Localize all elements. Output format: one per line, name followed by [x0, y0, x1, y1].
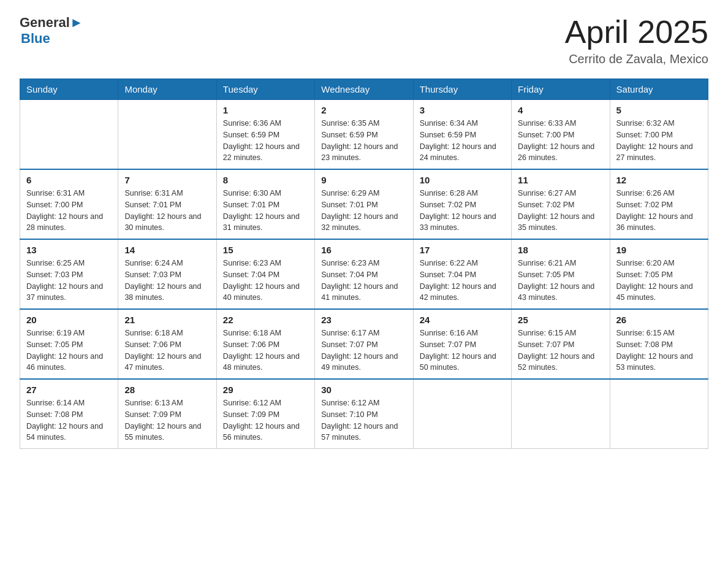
day-cell: 8Sunrise: 6:30 AM Sunset: 7:01 PM Daylig… [216, 169, 314, 239]
day-info: Sunrise: 6:29 AM Sunset: 7:01 PM Dayligh… [321, 188, 406, 234]
day-number: 2 [321, 105, 406, 115]
day-number: 3 [420, 105, 505, 115]
day-number: 14 [124, 245, 210, 255]
weekday-header-saturday: Saturday [610, 79, 708, 100]
logo-blue-text: Blue [21, 31, 50, 47]
week-row-1: 1Sunrise: 6:36 AM Sunset: 6:59 PM Daylig… [20, 100, 708, 170]
day-cell [20, 100, 118, 170]
day-info: Sunrise: 6:16 AM Sunset: 7:07 PM Dayligh… [420, 327, 505, 373]
weekday-header-row: SundayMondayTuesdayWednesdayThursdayFrid… [20, 79, 708, 100]
day-info: Sunrise: 6:15 AM Sunset: 7:07 PM Dayligh… [518, 327, 603, 373]
day-info: Sunrise: 6:15 AM Sunset: 7:08 PM Dayligh… [616, 327, 702, 373]
day-cell: 21Sunrise: 6:18 AM Sunset: 7:06 PM Dayli… [118, 309, 216, 379]
day-info: Sunrise: 6:13 AM Sunset: 7:09 PM Dayligh… [124, 397, 210, 443]
day-info: Sunrise: 6:12 AM Sunset: 7:10 PM Dayligh… [321, 397, 406, 443]
day-cell [413, 379, 511, 449]
day-number: 30 [321, 385, 406, 395]
day-info: Sunrise: 6:18 AM Sunset: 7:06 PM Dayligh… [124, 327, 210, 373]
day-info: Sunrise: 6:21 AM Sunset: 7:05 PM Dayligh… [518, 258, 603, 304]
day-number: 26 [616, 315, 702, 325]
day-cell: 24Sunrise: 6:16 AM Sunset: 7:07 PM Dayli… [413, 309, 511, 379]
day-cell: 19Sunrise: 6:20 AM Sunset: 7:05 PM Dayli… [610, 239, 708, 309]
day-info: Sunrise: 6:27 AM Sunset: 7:02 PM Dayligh… [518, 188, 603, 234]
day-number: 22 [223, 315, 308, 325]
day-info: Sunrise: 6:14 AM Sunset: 7:08 PM Dayligh… [26, 397, 112, 443]
day-number: 7 [124, 175, 210, 185]
day-cell: 14Sunrise: 6:24 AM Sunset: 7:03 PM Dayli… [118, 239, 216, 309]
day-number: 27 [26, 385, 112, 395]
day-cell: 26Sunrise: 6:15 AM Sunset: 7:08 PM Dayli… [610, 309, 708, 379]
day-number: 18 [518, 245, 603, 255]
calendar-table: SundayMondayTuesdayWednesdayThursdayFrid… [20, 79, 708, 449]
day-cell: 10Sunrise: 6:28 AM Sunset: 7:02 PM Dayli… [413, 169, 511, 239]
day-cell: 12Sunrise: 6:26 AM Sunset: 7:02 PM Dayli… [610, 169, 708, 239]
day-info: Sunrise: 6:25 AM Sunset: 7:03 PM Dayligh… [26, 258, 112, 304]
day-number: 15 [223, 245, 308, 255]
logo: General ► Blue [20, 15, 83, 47]
day-number: 10 [420, 175, 505, 185]
day-info: Sunrise: 6:20 AM Sunset: 7:05 PM Dayligh… [616, 258, 702, 304]
day-cell [610, 379, 708, 449]
day-cell: 29Sunrise: 6:12 AM Sunset: 7:09 PM Dayli… [216, 379, 314, 449]
week-row-5: 27Sunrise: 6:14 AM Sunset: 7:08 PM Dayli… [20, 379, 708, 449]
day-cell: 27Sunrise: 6:14 AM Sunset: 7:08 PM Dayli… [20, 379, 118, 449]
day-cell: 4Sunrise: 6:33 AM Sunset: 7:00 PM Daylig… [512, 100, 610, 170]
calendar-subtitle: Cerrito de Zavala, Mexico [565, 52, 708, 66]
day-cell: 22Sunrise: 6:18 AM Sunset: 7:06 PM Dayli… [216, 309, 314, 379]
day-cell [118, 100, 216, 170]
day-cell: 23Sunrise: 6:17 AM Sunset: 7:07 PM Dayli… [315, 309, 413, 379]
logo-blue-part: ► [70, 15, 83, 31]
day-info: Sunrise: 6:26 AM Sunset: 7:02 PM Dayligh… [616, 188, 702, 234]
day-info: Sunrise: 6:36 AM Sunset: 6:59 PM Dayligh… [223, 118, 308, 164]
day-number: 6 [26, 175, 112, 185]
day-number: 4 [518, 105, 603, 115]
day-cell: 13Sunrise: 6:25 AM Sunset: 7:03 PM Dayli… [20, 239, 118, 309]
day-info: Sunrise: 6:23 AM Sunset: 7:04 PM Dayligh… [321, 258, 406, 304]
weekday-header-thursday: Thursday [413, 79, 511, 100]
day-cell [512, 379, 610, 449]
day-info: Sunrise: 6:19 AM Sunset: 7:05 PM Dayligh… [26, 327, 112, 373]
day-cell: 18Sunrise: 6:21 AM Sunset: 7:05 PM Dayli… [512, 239, 610, 309]
weekday-header-sunday: Sunday [20, 79, 118, 100]
day-number: 21 [124, 315, 210, 325]
day-info: Sunrise: 6:33 AM Sunset: 7:00 PM Dayligh… [518, 118, 603, 164]
day-info: Sunrise: 6:34 AM Sunset: 6:59 PM Dayligh… [420, 118, 505, 164]
day-number: 9 [321, 175, 406, 185]
day-number: 12 [616, 175, 702, 185]
day-info: Sunrise: 6:32 AM Sunset: 7:00 PM Dayligh… [616, 118, 702, 164]
week-row-4: 20Sunrise: 6:19 AM Sunset: 7:05 PM Dayli… [20, 309, 708, 379]
day-cell: 30Sunrise: 6:12 AM Sunset: 7:10 PM Dayli… [315, 379, 413, 449]
day-number: 29 [223, 385, 308, 395]
calendar-title: April 2025 [565, 15, 708, 50]
day-number: 5 [616, 105, 702, 115]
week-row-3: 13Sunrise: 6:25 AM Sunset: 7:03 PM Dayli… [20, 239, 708, 309]
day-cell: 7Sunrise: 6:31 AM Sunset: 7:01 PM Daylig… [118, 169, 216, 239]
day-number: 20 [26, 315, 112, 325]
day-number: 17 [420, 245, 505, 255]
page-header: General ► Blue April 2025 Cerrito de Zav… [20, 15, 708, 66]
day-info: Sunrise: 6:31 AM Sunset: 7:00 PM Dayligh… [26, 188, 112, 234]
day-info: Sunrise: 6:31 AM Sunset: 7:01 PM Dayligh… [124, 188, 210, 234]
day-number: 19 [616, 245, 702, 255]
day-cell: 6Sunrise: 6:31 AM Sunset: 7:00 PM Daylig… [20, 169, 118, 239]
day-cell: 9Sunrise: 6:29 AM Sunset: 7:01 PM Daylig… [315, 169, 413, 239]
day-cell: 5Sunrise: 6:32 AM Sunset: 7:00 PM Daylig… [610, 100, 708, 170]
day-info: Sunrise: 6:12 AM Sunset: 7:09 PM Dayligh… [223, 397, 308, 443]
day-number: 28 [124, 385, 210, 395]
day-number: 23 [321, 315, 406, 325]
weekday-header-monday: Monday [118, 79, 216, 100]
day-cell: 20Sunrise: 6:19 AM Sunset: 7:05 PM Dayli… [20, 309, 118, 379]
day-number: 11 [518, 175, 603, 185]
day-cell: 15Sunrise: 6:23 AM Sunset: 7:04 PM Dayli… [216, 239, 314, 309]
day-number: 25 [518, 315, 603, 325]
weekday-header-wednesday: Wednesday [315, 79, 413, 100]
day-info: Sunrise: 6:18 AM Sunset: 7:06 PM Dayligh… [223, 327, 308, 373]
day-number: 13 [26, 245, 112, 255]
day-info: Sunrise: 6:17 AM Sunset: 7:07 PM Dayligh… [321, 327, 406, 373]
day-cell: 1Sunrise: 6:36 AM Sunset: 6:59 PM Daylig… [216, 100, 314, 170]
day-cell: 25Sunrise: 6:15 AM Sunset: 7:07 PM Dayli… [512, 309, 610, 379]
day-info: Sunrise: 6:22 AM Sunset: 7:04 PM Dayligh… [420, 258, 505, 304]
day-info: Sunrise: 6:23 AM Sunset: 7:04 PM Dayligh… [223, 258, 308, 304]
day-cell: 28Sunrise: 6:13 AM Sunset: 7:09 PM Dayli… [118, 379, 216, 449]
day-cell: 11Sunrise: 6:27 AM Sunset: 7:02 PM Dayli… [512, 169, 610, 239]
